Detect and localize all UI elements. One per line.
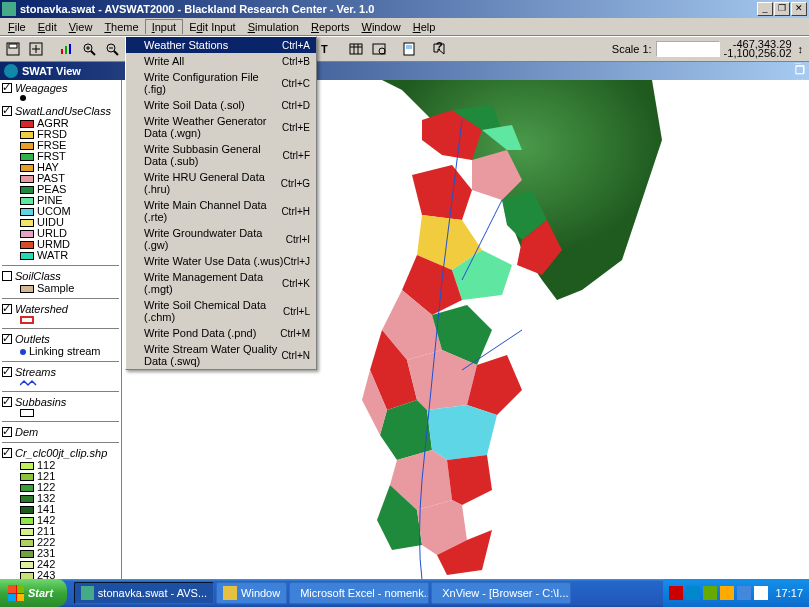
swatch [20,506,34,514]
view-minimize[interactable]: _ [795,52,805,64]
menu-help[interactable]: Help [407,20,442,34]
layer-streams[interactable]: Streams [2,366,119,387]
svg-line-13 [114,51,118,55]
legend-row: WATR [20,250,119,261]
tray-icon[interactable] [737,586,751,600]
scale-input[interactable] [656,41,720,57]
menu-item[interactable]: Write HRU General Data (.hru)Ctrl+G [126,169,316,197]
checkbox-icon[interactable] [2,83,12,93]
menu-item[interactable]: Write Stream Water Quality Data (.swq)Ct… [126,341,316,369]
minimize-button[interactable]: _ [757,2,773,16]
tool-zoom-in[interactable] [78,38,100,60]
windows-logo-icon [8,585,24,601]
tool-chart[interactable] [55,38,77,60]
layer-outlets[interactable]: Outlets Linking stream [2,333,119,357]
app-icon [81,586,94,600]
tray-icon[interactable] [754,586,768,600]
input-dropdown: Weather StationsCtrl+AWrite AllCtrl+BWri… [125,36,317,370]
menu-item[interactable]: Write Weather Generator Data (.wgn)Ctrl+… [126,113,316,141]
svg-text:T: T [321,43,328,55]
taskbar-button[interactable]: XnView - [Browser - C:\I... [431,582,571,604]
swatch [20,495,34,503]
coordinates-readout: -467,343.29 -1,100,256.02 [724,40,792,58]
taskbar: Start stonavka.swat - AVS...WindowMicros… [0,579,809,607]
close-button[interactable]: ✕ [791,2,807,16]
legend-row: FRSE [20,140,119,151]
menu-reports[interactable]: Reports [305,20,356,34]
menu-item[interactable]: Write Configuration File (.fig)Ctrl+C [126,69,316,97]
tool-add[interactable] [25,38,47,60]
layer-subbasins[interactable]: Subbasins [2,396,119,417]
checkbox-icon[interactable] [2,271,12,281]
taskbar-button[interactable]: Window [216,582,287,604]
app-icon [2,2,16,16]
view-maximize[interactable]: ❐ [795,64,805,77]
maximize-button[interactable]: ❐ [774,2,790,16]
system-tray[interactable]: 17:17 [663,579,809,607]
tray-icon[interactable] [669,586,683,600]
tool-layout[interactable] [398,38,420,60]
swatch [20,153,34,161]
menu-input[interactable]: Input [145,19,183,34]
taskbar-button[interactable]: Microsoft Excel - nomenk... [289,582,429,604]
checkbox-icon[interactable] [2,334,12,344]
swat-icon [4,64,18,78]
tool-zoom-out[interactable] [101,38,123,60]
checkbox-icon[interactable] [2,448,12,458]
menu-item[interactable]: Write Pond Data (.pnd)Ctrl+M [126,325,316,341]
swat-view-title: SWAT View [22,65,81,77]
layer-dem[interactable]: Dem [2,426,119,438]
menu-file[interactable]: File [2,20,32,34]
tool-query[interactable] [368,38,390,60]
menu-window[interactable]: Window [356,20,407,34]
checkbox-icon[interactable] [2,106,12,116]
swatch [20,316,34,324]
menu-item[interactable]: Write AllCtrl+B [126,53,316,69]
taskbar-button[interactable]: stonavka.swat - AVS... [74,582,214,604]
checkbox-icon[interactable] [2,367,12,377]
tool-save[interactable] [2,38,24,60]
layer-clc[interactable]: Cr_clc00jt_clip.shp 11212112213214114221… [2,447,119,581]
menu-item[interactable]: Weather StationsCtrl+A [126,37,316,53]
layer-watershed[interactable]: Watershed [2,303,119,324]
tray-icon[interactable] [703,586,717,600]
tool-label[interactable]: T [315,38,337,60]
svg-line-9 [91,51,95,55]
line-symbol [20,379,38,387]
menu-item[interactable]: Write Water Use Data (.wus)Ctrl+J [126,253,316,269]
menu-edit[interactable]: Edit [32,20,63,34]
menu-theme[interactable]: Theme [98,20,144,34]
layer-soilclass[interactable]: SoilClass Sample [2,270,119,294]
menu-item[interactable]: Write Soil Data (.sol)Ctrl+D [126,97,316,113]
menu-item[interactable]: Write Groundwater Data (.gw)Ctrl+I [126,225,316,253]
checkbox-icon[interactable] [2,397,12,407]
menu-item[interactable]: Write Soil Chemical Data (.chm)Ctrl+L [126,297,316,325]
swatch [20,561,34,569]
tool-table[interactable] [345,38,367,60]
start-button[interactable]: Start [0,579,67,607]
legend-row: 132 [20,493,119,504]
menu-item[interactable]: Write Main Channel Data (.rte)Ctrl+H [126,197,316,225]
tool-help[interactable]: ? [428,38,450,60]
menu-item[interactable]: Write Subbasin General Data (.sub)Ctrl+F [126,141,316,169]
svg-point-33 [379,48,385,54]
layer-landuse[interactable]: SwatLandUseClass AGRRFRSDFRSEFRSTHAYPAST… [2,105,119,261]
tray-icon[interactable] [686,586,700,600]
legend-row: Sample [20,283,119,294]
swatch [20,164,34,172]
swatch [20,197,34,205]
layer-weagages[interactable]: Weagages [2,82,119,101]
content-area: Weagages SwatLandUseClass AGRRFRSDFRSEFR… [0,80,809,584]
swatch [20,219,34,227]
checkbox-icon[interactable] [2,304,12,314]
menu-item[interactable]: Write Management Data (.mgt)Ctrl+K [126,269,316,297]
swatch [20,473,34,481]
tray-icon[interactable] [720,586,734,600]
swatch [20,409,34,417]
menu-edit-input[interactable]: Edit Input [183,20,242,34]
svg-rect-35 [406,45,412,49]
legend-row: 142 [20,515,119,526]
menu-view[interactable]: View [63,20,99,34]
menu-simulation[interactable]: Simulation [242,20,305,34]
checkbox-icon[interactable] [2,427,12,437]
